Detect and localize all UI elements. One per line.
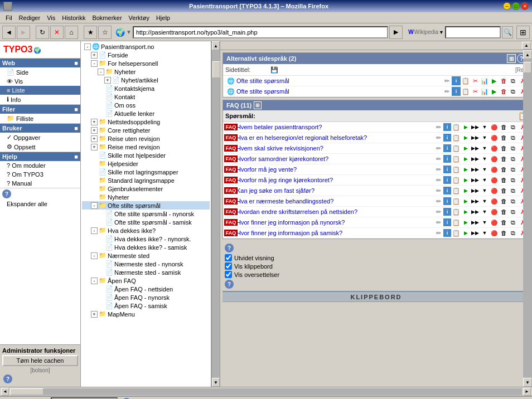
faq-row-title-1[interactable]: Hva er en helseregion/et regionalt helse… bbox=[236, 134, 434, 141]
cb-klippebord-input[interactable] bbox=[225, 262, 232, 270]
faq-row-edit-6[interactable]: ✏ bbox=[434, 186, 443, 195]
faq-row-info-0[interactable]: i bbox=[443, 123, 451, 131]
faq-row-type-1[interactable]: ▶ bbox=[461, 133, 470, 142]
tree-item-nyheter[interactable]: - 📁 Nyheter bbox=[82, 67, 210, 76]
faq-row-move-5[interactable]: ▶▶ bbox=[471, 176, 480, 184]
sidebar-item-liste[interactable]: ≡ Liste bbox=[0, 86, 80, 95]
go-button[interactable]: ▶ bbox=[389, 26, 403, 39]
url-dropdown-icon[interactable]: ▼ bbox=[126, 29, 132, 35]
tree-item-naer-nynorsk[interactable]: 📄 Nærmeste sted - nynorsk bbox=[82, 260, 210, 268]
faq-row-edit-5[interactable]: ✏ bbox=[434, 176, 443, 184]
faq-row-copy-7[interactable]: 📋 bbox=[452, 197, 461, 206]
tree-toggle-nyhet[interactable]: + bbox=[104, 77, 111, 84]
alt-row1-delete[interactable]: 🗑 bbox=[499, 76, 508, 85]
menu-verktoy[interactable]: Verktøy bbox=[125, 13, 153, 22]
faq-row-del-5[interactable]: 🗑 bbox=[499, 176, 508, 184]
faq-row-type-7[interactable]: ▶ bbox=[461, 197, 470, 206]
faq-row-ref-10[interactable]: ⧉ bbox=[509, 228, 518, 237]
faq-row-info-9[interactable]: i bbox=[443, 218, 451, 226]
home-button[interactable]: ⌂ bbox=[65, 26, 78, 39]
h-scroll-thumb[interactable] bbox=[10, 388, 43, 395]
tree-item-mapmenu[interactable]: + 📁 MapMenu bbox=[82, 310, 210, 318]
faq-row-edit-0[interactable]: ✏ bbox=[434, 123, 443, 132]
tree-toggle-forside[interactable]: + bbox=[91, 52, 98, 59]
tree-toggle-reise-med[interactable]: + bbox=[91, 144, 98, 150]
sidebar-item-side[interactable]: 📄 Side bbox=[0, 67, 80, 77]
faq-row-ref-0[interactable]: ⧉ bbox=[509, 123, 518, 132]
faq-row-ref-1[interactable]: ⧉ bbox=[509, 133, 518, 142]
sidebar-item-info[interactable]: ℹ Info bbox=[0, 95, 80, 104]
tree-item-om-oss[interactable]: 📄 Om oss bbox=[82, 101, 210, 109]
faq-row-info-3[interactable]: i bbox=[443, 155, 451, 163]
bookmark-button[interactable]: ★ bbox=[84, 26, 97, 39]
faq-row-copy-1[interactable]: 📋 bbox=[452, 133, 461, 142]
tree-item-hjelpesider[interactable]: 📁 Hjelpesider bbox=[82, 159, 210, 168]
menu-hjelp[interactable]: Hjelp bbox=[153, 13, 173, 22]
faq-row-type-8[interactable]: ▶ bbox=[461, 207, 470, 216]
faq-row-edit-4[interactable]: ✏ bbox=[434, 165, 443, 174]
h-scroll-left[interactable]: ◄ bbox=[1, 388, 9, 396]
faq-row-ref-5[interactable]: ⧉ bbox=[509, 176, 518, 184]
faq-row-down-0[interactable]: ▼ bbox=[480, 123, 489, 132]
faq-row-move-10[interactable]: ▶▶ bbox=[471, 228, 480, 237]
faq-row-title-3[interactable]: Hvorfor samordner kjørekontoret? bbox=[236, 155, 434, 162]
sidebar-item-om-typo3[interactable]: ? Om TYPO3 bbox=[0, 170, 80, 179]
faq-row-hide-5[interactable]: 🔴 bbox=[490, 176, 499, 184]
tree-item-aapen-nynorsk[interactable]: 📄 Åpen FAQ - nynorsk bbox=[82, 293, 210, 301]
sidebar-header-filer[interactable]: Filer ■ bbox=[0, 105, 80, 114]
tree-item-ofte-stilte[interactable]: - 📁 Ofte stilte spørsmål bbox=[82, 201, 210, 210]
tree-root[interactable]: - 🌐 Pasienttransport.no bbox=[82, 42, 210, 51]
faq-row-type-6[interactable]: ▶ bbox=[461, 186, 470, 195]
alt-row2-icon6[interactable]: ⧉ bbox=[509, 87, 518, 96]
faq-row-copy-2[interactable]: 📋 bbox=[452, 144, 461, 153]
faq-row-edit-7[interactable]: ✏ bbox=[434, 197, 443, 206]
tree-item-skille-mot-hjelpesider[interactable]: 📄 Skille mot hjelpesider bbox=[82, 151, 210, 159]
faq-row-type-10[interactable]: ▶ bbox=[461, 228, 470, 237]
tree-scroll-up[interactable]: ▲ bbox=[212, 41, 220, 50]
faq-row-down-6[interactable]: ▼ bbox=[480, 186, 489, 195]
faq-row-type-3[interactable]: ▶ bbox=[461, 154, 470, 163]
cache-button[interactable]: Tøm hele cachen bbox=[2, 355, 78, 366]
faq-row-edit-1[interactable]: ✏ bbox=[434, 133, 443, 142]
alt-row1-info[interactable]: i bbox=[452, 76, 461, 85]
faq-row-down-4[interactable]: ▼ bbox=[480, 165, 489, 174]
faq-row-move-6[interactable]: ▶▶ bbox=[471, 186, 480, 195]
faq-row-copy-10[interactable]: 📋 bbox=[452, 228, 461, 237]
alt-row1-icon4[interactable]: 📊 bbox=[480, 76, 489, 85]
faq-row-move-3[interactable]: ▶▶ bbox=[471, 154, 480, 163]
search-input[interactable] bbox=[445, 26, 501, 38]
faq-row-move-2[interactable]: ▶▶ bbox=[471, 144, 480, 153]
tree-toggle-hva-dekkes[interactable]: - bbox=[91, 227, 98, 234]
tree-item-core[interactable]: + 📁 Core rettigheter bbox=[82, 126, 210, 134]
tree-item-helsepersonell[interactable]: - 📁 For helsepersonell bbox=[82, 59, 210, 67]
sidebar-item-expand-all[interactable]: Ekspander alle bbox=[0, 199, 80, 208]
help-icon[interactable]: ? bbox=[2, 189, 11, 198]
tree-scroll-track[interactable] bbox=[212, 50, 220, 378]
faq-row-info-7[interactable]: i bbox=[443, 197, 451, 205]
faq-row-type-2[interactable]: ▶ bbox=[461, 144, 470, 153]
tree-item-nyheter2[interactable]: 📁 Nyheter bbox=[82, 193, 210, 201]
tree-item-ofte-samisk[interactable]: 📄 Ofte stilte spørsmål - samisk bbox=[82, 218, 210, 226]
faq-row-title-5[interactable]: Hvorfor må jeg ringe kjørekontoret? bbox=[236, 177, 434, 183]
faq-row-hide-2[interactable]: 🔴 bbox=[490, 144, 499, 153]
tree-item-forside[interactable]: + 📄 Forside bbox=[82, 51, 210, 59]
alt-row2-edit[interactable]: ✏ bbox=[442, 87, 451, 96]
admin-question-icon[interactable]: ? bbox=[3, 374, 12, 383]
sidebar-item-om-moduler[interactable]: ? Om moduler bbox=[0, 161, 80, 170]
faq-row-type-0[interactable]: ▶ bbox=[461, 123, 470, 132]
faq-row-ref-3[interactable]: ⧉ bbox=[509, 154, 518, 163]
faq-row-info-10[interactable]: i bbox=[443, 229, 451, 237]
faq-row-ref-7[interactable]: ⧉ bbox=[509, 197, 518, 206]
faq-row-hide-0[interactable]: 🔴 bbox=[490, 123, 499, 132]
tree-toggle-nyheter[interactable]: - bbox=[98, 69, 104, 75]
tree-toggle-aapen[interactable]: - bbox=[91, 278, 98, 284]
url-input[interactable] bbox=[133, 26, 388, 38]
faq-row-edit-8[interactable]: ✏ bbox=[434, 207, 443, 216]
faq-row-type-9[interactable]: ▶ bbox=[461, 218, 470, 227]
tree-root-toggle[interactable]: - bbox=[84, 43, 91, 50]
search-dropdown-icon[interactable]: ▼ bbox=[439, 30, 444, 35]
cb-question-icon[interactable]: ? bbox=[225, 244, 234, 252]
sidebar-item-vis[interactable]: 👁 Vis bbox=[0, 77, 80, 86]
h-scroll-right[interactable]: ► bbox=[523, 388, 531, 396]
content-scroll-thumb[interactable] bbox=[524, 62, 531, 73]
